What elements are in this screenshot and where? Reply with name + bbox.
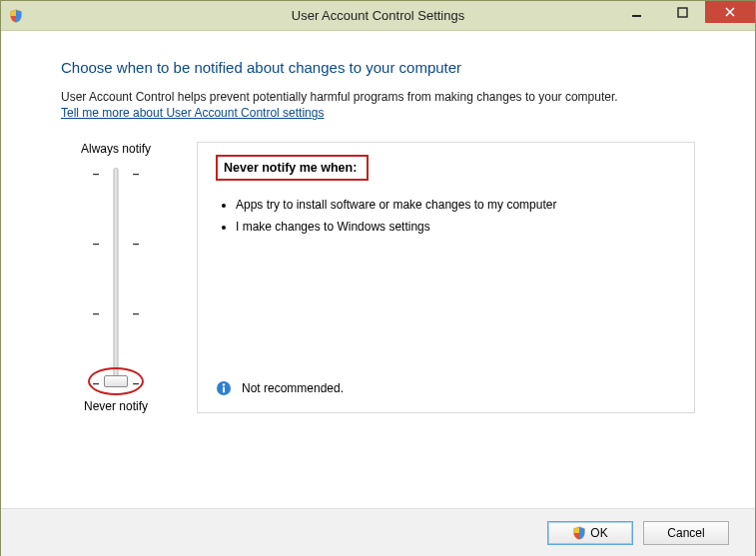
close-button[interactable] [705,1,755,23]
panel-bullet: I make changes to Windows settings [236,219,676,235]
cancel-button[interactable]: Cancel [643,521,729,545]
recommendation-row: Not recommended. [216,380,344,396]
ok-button-label: OK [590,526,607,540]
maximize-button[interactable] [659,1,705,23]
page-description: User Account Control helps prevent poten… [61,90,695,104]
panel-title: Never notify me when: [216,155,369,181]
cancel-button-label: Cancel [667,526,704,540]
slider-label-bottom: Never notify [61,399,171,413]
shield-icon [572,526,586,540]
svg-rect-1 [678,8,687,17]
slider-tick: –– [92,307,140,319]
main-row: Always notify –– –– –– –– Never notify N… [61,142,695,413]
slider-track [114,168,119,387]
page-heading: Choose when to be notified about changes… [61,59,695,76]
slider-column: Always notify –– –– –– –– Never notify [61,142,171,413]
panel-bullet-list: Apps try to install software or make cha… [236,197,676,235]
panel-bullet: Apps try to install software or make cha… [236,197,676,213]
dialog-footer: OK Cancel [1,508,755,556]
svg-rect-0 [632,15,641,17]
slider-tick: –– [92,168,140,180]
content-area: Choose when to be notified about changes… [1,31,755,423]
uac-slider[interactable]: –– –– –– –– [61,164,171,391]
shield-icon [1,9,31,23]
notification-panel: Never notify me when: Apps try to instal… [197,142,695,413]
window-controls [613,1,755,30]
recommendation-text: Not recommended. [242,381,344,395]
learn-more-link[interactable]: Tell me more about User Account Control … [61,106,324,120]
svg-point-3 [223,383,225,385]
ok-button[interactable]: OK [547,521,633,545]
titlebar: User Account Control Settings [1,1,755,31]
slider-thumb[interactable] [104,375,128,387]
minimize-button[interactable] [613,1,659,23]
info-icon [216,380,232,396]
slider-label-top: Always notify [61,142,171,156]
svg-rect-4 [223,387,225,393]
slider-tick: –– [92,238,140,250]
